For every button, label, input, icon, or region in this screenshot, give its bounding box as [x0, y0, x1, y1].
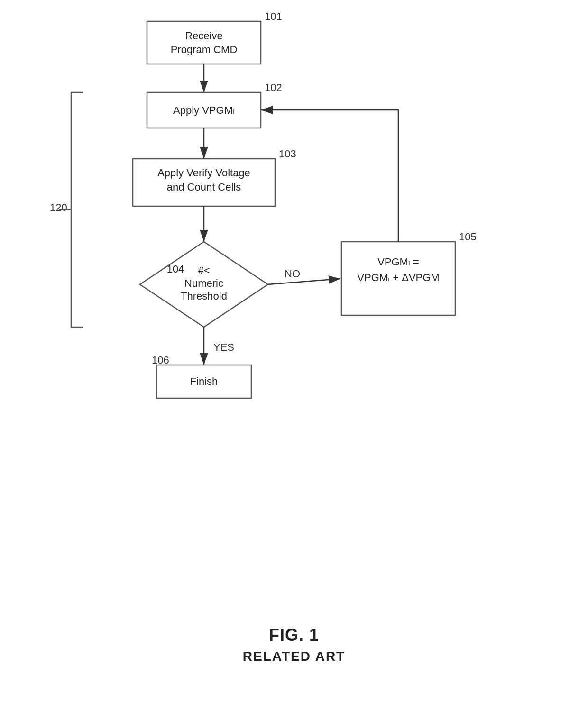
node-101-line2: Program CMD [171, 44, 238, 55]
node-105-line2: VPGMᵢ + ΔVPGM [357, 272, 439, 283]
label-no: NO [285, 268, 300, 280]
node-101-rect [147, 21, 261, 64]
label-yes: YES [213, 341, 234, 353]
node-104-line2: Numeric [184, 277, 223, 289]
bracket-shape [71, 92, 83, 327]
flowchart-svg: 101 Receive Program CMD 102 Apply VPGMᵢ … [0, 0, 588, 702]
node-104-line3: Threshold [181, 290, 227, 302]
arrow-105-102 [261, 110, 398, 242]
diagram-container: 101 Receive Program CMD 102 Apply VPGMᵢ … [0, 0, 588, 702]
fig-subtitle: RELATED ART [0, 649, 588, 664]
node-102-id: 102 [265, 82, 282, 93]
node-102-label: Apply VPGMᵢ [173, 104, 235, 116]
fig-title: FIG. 1 [0, 625, 588, 645]
node-103-line2: and Count Cells [167, 181, 241, 193]
node-101-line1: Receive [185, 30, 222, 42]
bracket-label: 120 [50, 201, 67, 213]
arrow-104-no [268, 279, 340, 284]
node-104-line1: #< [198, 264, 210, 276]
node-105-line1: VPGMᵢ = [377, 256, 419, 268]
node-106-id: 106 [152, 354, 169, 366]
node-106-label: Finish [190, 375, 218, 387]
node-101-id: 101 [265, 10, 282, 22]
node-103-line1: Apply Verify Voltage [157, 167, 250, 179]
node-105-id: 105 [459, 231, 477, 243]
node-103-id: 103 [279, 148, 296, 160]
caption-area: FIG. 1 RELATED ART [0, 625, 588, 664]
node-104-id: 104 [167, 263, 184, 275]
